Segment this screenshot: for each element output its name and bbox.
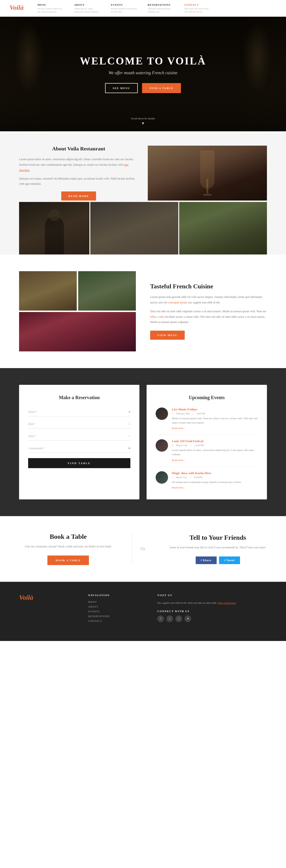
event-time-icon-3: ○: [190, 476, 191, 478]
nav-item-about[interactable]: ABOUT Adipiscing elit. Fugit perspiciati…: [69, 3, 106, 13]
footer-map-link[interactable]: View on the map.: [218, 601, 236, 604]
event-date-2: March 12th: [176, 444, 187, 447]
read-more-button[interactable]: READ MORE: [61, 191, 96, 200]
social-icon-camera[interactable]: ●: [184, 615, 191, 622]
field-time: Time* ○: [28, 432, 130, 441]
about-text-col: About Voila Restaurant Lorem ipsum dolor…: [19, 146, 141, 200]
nav-item-reservations-desc: Voluptates animi similique similique sin…: [147, 7, 174, 13]
event-date-icon-2: □: [172, 444, 173, 447]
event-desc-1: Morbi accumsan ipsum velit. Nam nec tell…: [172, 416, 258, 425]
footer-nav-item-about[interactable]: ABOUT: [88, 605, 143, 608]
book-table-button[interactable]: BOOK A TABLE: [47, 556, 89, 565]
about-bottom-row: [19, 202, 267, 254]
about-body-2: Quisque orci neque, euismod vita bibendu…: [19, 176, 138, 187]
scroll-down-icon: ▼: [131, 121, 155, 126]
hero-window-light-left: [14, 22, 43, 93]
about-top-row: About Voila Restaurant Lorem ipsum dolor…: [19, 146, 267, 200]
view-menu-button[interactable]: VIEW MENU: [150, 331, 185, 340]
about-food-plate-image: [179, 202, 267, 254]
about-wine-image: [148, 146, 267, 200]
footer-top: Voilà NAVIGATION MENU ABOUT EVENTS RESER…: [19, 594, 267, 624]
social-icon-instagram[interactable]: □: [175, 615, 182, 622]
event-desc-3: Vel aliquet porro repetandus neque imped…: [172, 480, 242, 484]
cuisine-title: Tasteful French Cuisine: [150, 283, 267, 290]
event-date-3: March 21st: [176, 476, 187, 478]
about-section: About Voila Restaurant Lorem ipsum dolor…: [0, 131, 286, 254]
share-twitter-button[interactable]: t Tweet: [219, 556, 240, 564]
hero-section: WELCOME TO VOILÀ We offer mouth watering…: [0, 17, 286, 131]
book-section: Book a Table Like our restaurant concept…: [0, 516, 286, 582]
see-menu-button[interactable]: SEE MENU: [105, 83, 138, 93]
social-icon-twitter[interactable]: t: [166, 615, 173, 622]
event-item-2: Louis XII Food Festival □ March 12th ○ 1…: [156, 439, 258, 466]
event-readmore-2[interactable]: Read more...: [172, 459, 185, 461]
navigation: Voilà MENU Sit amet consetur adipiscing …: [0, 0, 286, 17]
event-readmore-1[interactable]: Read more...: [172, 427, 185, 430]
footer-connect-title: CONNECT WITH US: [157, 610, 267, 613]
event-time-icon-2: ○: [190, 444, 191, 447]
reservation-title: Make a Reservation: [28, 395, 130, 400]
events-title: Upcoming Events: [156, 395, 258, 400]
nav-item-menu-label: MENU: [37, 3, 64, 6]
cuisine-text: Tasteful French Cuisine Lorem ipsum noin…: [150, 283, 267, 340]
event-time-2: 12:00 PM: [194, 444, 204, 447]
event-thumb-2: [156, 439, 168, 452]
footer-logo: Voilà: [19, 594, 74, 601]
footer-nav-item-reservations[interactable]: RESERVATIONS: [88, 615, 143, 618]
footer-logo-col: Voilà: [19, 594, 74, 601]
logo[interactable]: Voilà: [9, 4, 24, 11]
find-table-hero-button[interactable]: FIND A TABLE: [142, 83, 181, 93]
event-thumb-3: [156, 471, 168, 484]
share-buttons: f Share t Tweet: [169, 556, 267, 564]
event-date-icon-1: □: [172, 412, 173, 415]
event-readmore-3[interactable]: Read more...: [172, 486, 185, 489]
event-info-3: Magic show with Karim Diew □ March 21st …: [172, 471, 242, 490]
reservation-events-section: Make a Reservation Name* ● Date* □ Time*…: [0, 368, 286, 516]
hero-title: WELCOME TO VOILÀ: [80, 55, 206, 67]
share-facebook-button[interactable]: f Share: [196, 556, 217, 564]
nav-item-events-desc: Ratione numpam lorem ipsum sit amet late…: [111, 7, 137, 13]
nav-item-events[interactable]: EVENTS Ratione numpam lorem ipsum sit am…: [106, 3, 142, 13]
event-date-icon-3: □: [172, 476, 173, 478]
event-time-3: 8:00 PM: [194, 476, 202, 478]
or-divider: Or: [132, 547, 154, 552]
nav-item-events-label: EVENTS: [111, 3, 137, 6]
event-time-icon-1: ○: [192, 412, 194, 415]
cuisine-img-dish2: [78, 271, 136, 311]
nav-item-menu[interactable]: MENU Sit amet consetur adipiscing elit. …: [32, 3, 69, 13]
event-date-1: February 29th: [176, 412, 189, 415]
footer-nav-item-events[interactable]: EVENTS: [88, 610, 143, 613]
group-icon: ■: [129, 446, 130, 450]
book-right: Tell to Your Friends Some of your friend…: [154, 534, 267, 564]
cuisine-img-cupcakes: [19, 312, 136, 351]
cuisine-link-1[interactable]: consequat ipsum,: [168, 301, 187, 304]
hero-buttons: SEE MENU FIND A TABLE: [80, 83, 206, 93]
cuisine-images: [19, 271, 136, 351]
field-commensals-label: Commensals*: [28, 447, 129, 450]
event-info-2: Louis XII Food Festival □ March 12th ○ 1…: [172, 439, 258, 462]
find-table-button[interactable]: FIND TABLE: [28, 458, 130, 468]
field-date: Date* □: [28, 420, 130, 429]
cuisine-link-2[interactable]: tellus a odio: [150, 315, 164, 318]
about-chef-image: [19, 202, 90, 254]
about-right-images: [148, 146, 267, 200]
footer-nav-item-menu[interactable]: MENU: [88, 600, 143, 603]
footer-social: f t □ ●: [157, 615, 267, 622]
clock-icon: ○: [129, 434, 130, 438]
footer-visit-title: VISIT US: [157, 594, 267, 596]
event-info-1: Live Music Fridays □ February 29th ○ 6:0…: [172, 407, 258, 430]
footer-visit-text: Nec sagittis sem nibh id elit. Duis sed …: [157, 600, 267, 606]
footer-nav-item-contact[interactable]: CONTACT: [88, 619, 143, 622]
nav-item-reservations[interactable]: RESERVATIONS Voluptates animi similique …: [142, 3, 179, 13]
person-icon: ●: [129, 410, 130, 414]
about-kitchen-image: [90, 202, 178, 254]
nav-items: MENU Sit amet consetur adipiscing elit. …: [32, 3, 277, 13]
cuisine-body-1: Lorem ipsum noin gravida nibh vet velit …: [150, 294, 267, 305]
nav-item-contact[interactable]: CONTACT Quis nemo adio saepe ullam vitae…: [179, 3, 216, 13]
event-meta-1: □ February 29th ○ 6:00 PM: [172, 412, 258, 415]
social-icon-facebook[interactable]: f: [157, 615, 164, 622]
field-commensals: Commensals* ■: [28, 444, 130, 453]
field-date-label: Date*: [28, 422, 129, 426]
book-left: Book a Table Like our restaurant concept…: [19, 533, 132, 565]
nav-item-menu-desc: Sit amet consetur adipiscing elit. Fugit…: [37, 7, 64, 13]
